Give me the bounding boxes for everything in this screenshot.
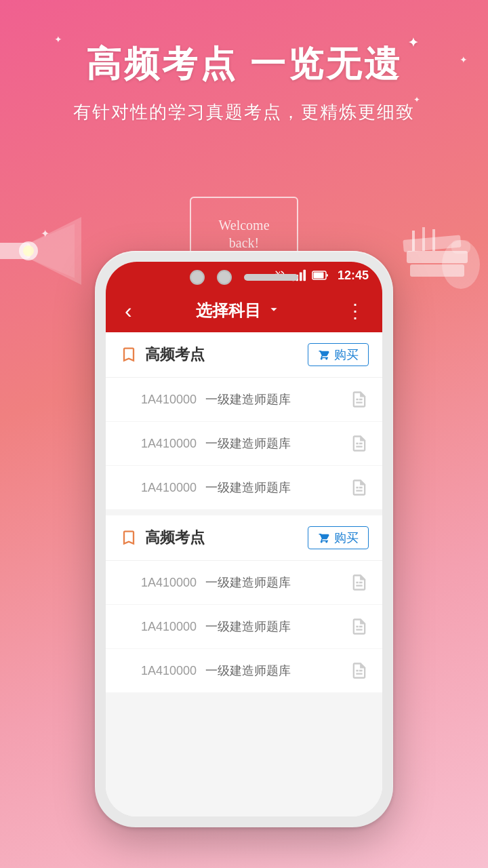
item-code: 1A410000 [141, 481, 197, 494]
svg-point-4 [23, 245, 34, 256]
section-2-title: 高频考点 [145, 528, 205, 548]
item-name: 一级建造师题库 [205, 620, 291, 633]
nav-title: 选择科目 [196, 300, 281, 321]
list-item-2-1[interactable]: 1A410000 一级建造师题库 [106, 561, 382, 605]
item-name: 一级建造师题库 [205, 664, 291, 677]
search-doc-icon [350, 390, 369, 409]
phone-camera-2 [217, 270, 232, 285]
item-code: 1A410000 [141, 576, 197, 589]
status-time: 12:45 [338, 269, 369, 283]
phone-screen: 12:45 ‹ 选择科目 ⋮ [106, 262, 382, 816]
buy-label-1: 购买 [334, 347, 359, 363]
list-item-1-1-text: 1A410000 一级建造师题库 [141, 391, 291, 408]
svg-rect-10 [451, 240, 470, 254]
section-1-title: 高频考点 [145, 344, 205, 365]
section-icon [119, 345, 138, 364]
buy-button-2[interactable]: 购买 [308, 526, 369, 549]
phone-outer: 12:45 ‹ 选择科目 ⋮ [95, 251, 393, 827]
phone-camera [190, 270, 205, 285]
section-2-title-wrap: 高频考点 [119, 528, 205, 548]
svg-rect-17 [303, 270, 306, 281]
list-item-1-2-text: 1A410000 一级建造师题库 [141, 435, 291, 452]
dropdown-icon[interactable] [266, 302, 281, 320]
section-1-header: 高频考点 购买 [106, 332, 382, 378]
list-item-1-3-text: 1A410000 一级建造师题库 [141, 479, 291, 496]
item-code: 1A410000 [141, 664, 197, 677]
buy-button-1[interactable]: 购买 [308, 343, 369, 366]
sparkle-dot-2: ✦ [176, 115, 182, 123]
section-1: 高频考点 购买 1A410000 一级建造师题库 [106, 332, 382, 510]
books-icon [393, 197, 481, 298]
item-code: 1A410000 [141, 620, 197, 633]
list-item-2-2[interactable]: 1A410000 一级建造师题库 [106, 605, 382, 649]
item-name: 一级建造师题库 [205, 437, 291, 450]
more-button[interactable]: ⋮ [340, 294, 369, 328]
search-doc-icon-6 [350, 661, 369, 680]
nav-bar: ‹ 选择科目 ⋮ [106, 289, 382, 332]
list-item-1-2[interactable]: 1A410000 一级建造师题库 [106, 422, 382, 466]
section-icon-2 [119, 528, 138, 547]
buy-label-2: 购买 [334, 530, 359, 546]
search-doc-icon-4 [350, 573, 369, 592]
svg-text:✦: ✦ [41, 228, 49, 239]
list-item-1-3[interactable]: 1A410000 一级建造师题库 [106, 466, 382, 510]
phone-mockup: 12:45 ‹ 选择科目 ⋮ [95, 251, 393, 827]
section-2: 高频考点 购买 1A410000 一级建造师题库 [106, 515, 382, 693]
search-doc-icon-3 [350, 478, 369, 497]
sparkle-decoration: ✦ [408, 35, 421, 50]
search-doc-icon-5 [350, 617, 369, 636]
item-code: 1A410000 [141, 437, 197, 450]
list-item-2-3[interactable]: 1A410000 一级建造师题库 [106, 649, 382, 693]
list-item-2-1-text: 1A410000 一级建造师题库 [141, 574, 291, 591]
section-1-title-wrap: 高频考点 [119, 344, 205, 365]
cart-icon-1 [318, 349, 330, 361]
flashlight-icon: ✦ [0, 217, 81, 285]
item-code: 1A410000 [141, 393, 197, 406]
svg-rect-19 [313, 273, 323, 279]
cart-icon-2 [318, 532, 330, 544]
sparkle-dot-3: ✦ [413, 95, 420, 104]
phone-hardware [190, 270, 298, 285]
sparkle-dot-1: ✦ [54, 34, 62, 45]
welcome-back-text: Welcomeback! [218, 216, 269, 252]
phone-speaker [244, 274, 298, 281]
list-item-2-3-text: 1A410000 一级建造师题库 [141, 663, 291, 679]
svg-rect-16 [300, 272, 302, 281]
search-doc-icon-2 [350, 434, 369, 453]
list-item-2-2-text: 1A410000 一级建造师题库 [141, 618, 291, 635]
item-name: 一级建造师题库 [205, 393, 291, 406]
section-2-header: 高频考点 购买 [106, 515, 382, 561]
content-area[interactable]: 高频考点 购买 1A410000 一级建造师题库 [106, 332, 382, 816]
sparkle-dot-4: ✦ [460, 54, 468, 65]
back-button[interactable]: ‹ [119, 293, 138, 329]
item-name: 一级建造师题库 [205, 481, 291, 494]
nav-title-text: 选择科目 [196, 300, 261, 321]
list-item-1-1[interactable]: 1A410000 一级建造师题库 [106, 378, 382, 422]
battery-icon [312, 270, 329, 281]
item-name: 一级建造师题库 [205, 576, 291, 589]
headline: 高频考点 一览无遗 ✦ [86, 41, 402, 88]
subtitle: 有针对性的学习真题考点，更精炼更细致 [73, 100, 415, 124]
